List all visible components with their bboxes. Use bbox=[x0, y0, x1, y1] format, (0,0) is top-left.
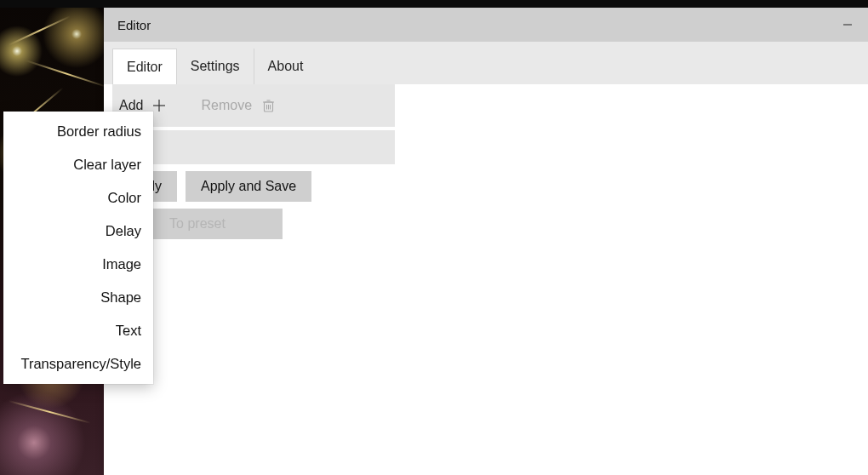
menu-item-border-radius[interactable]: Border radius bbox=[3, 115, 153, 148]
window-controls bbox=[827, 8, 868, 42]
plus-icon bbox=[151, 98, 167, 113]
layer-list[interactable] bbox=[112, 130, 395, 164]
menu-item-transparency-style[interactable]: Transparency/Style bbox=[3, 347, 153, 381]
menu-item-image[interactable]: Image bbox=[3, 248, 153, 281]
tab-editor-label: Editor bbox=[127, 60, 163, 75]
editor-window: Editor Editor Settings About Add Remove bbox=[104, 8, 868, 475]
tab-editor[interactable]: Editor bbox=[112, 49, 177, 85]
action-row-2: To preset bbox=[112, 209, 395, 239]
menu-item-text[interactable]: Text bbox=[3, 314, 153, 347]
menu-item-shape[interactable]: Shape bbox=[3, 281, 153, 314]
minimize-button[interactable] bbox=[827, 8, 868, 42]
top-dark-strip bbox=[0, 0, 868, 8]
action-row-1: Apply Apply and Save bbox=[112, 171, 395, 202]
tab-settings[interactable]: Settings bbox=[177, 49, 254, 84]
trash-icon bbox=[260, 98, 276, 113]
editor-panel: Add Remove Apply Apply and Save To prese… bbox=[112, 84, 395, 239]
apply-save-label: Apply and Save bbox=[201, 179, 296, 193]
menu-item-label: Image bbox=[102, 256, 141, 272]
tab-strip: Editor Settings About bbox=[112, 49, 317, 84]
tab-settings-label: Settings bbox=[191, 59, 240, 74]
remove-button[interactable]: Remove bbox=[201, 98, 276, 113]
tab-strip-bg: Editor Settings About bbox=[104, 42, 868, 84]
menu-item-label: Text bbox=[116, 323, 141, 339]
titlebar[interactable]: Editor bbox=[104, 8, 868, 42]
menu-item-color[interactable]: Color bbox=[3, 181, 153, 215]
menu-item-delay[interactable]: Delay bbox=[3, 215, 153, 248]
menu-item-label: Shape bbox=[100, 289, 141, 306]
minimize-icon bbox=[842, 20, 853, 30]
add-dropdown-menu: Border radius Clear layer Color Delay Im… bbox=[3, 112, 153, 384]
menu-item-label: Color bbox=[108, 190, 141, 206]
panel-toolbar: Add Remove bbox=[112, 84, 395, 127]
remove-label: Remove bbox=[201, 98, 252, 113]
apply-save-button[interactable]: Apply and Save bbox=[186, 171, 311, 202]
tab-about-label: About bbox=[268, 59, 304, 74]
tab-about[interactable]: About bbox=[254, 49, 317, 84]
window-title: Editor bbox=[117, 18, 151, 32]
menu-item-label: Clear layer bbox=[73, 157, 141, 173]
menu-item-label: Delay bbox=[106, 223, 141, 239]
to-preset-label: To preset bbox=[169, 216, 226, 231]
menu-item-label: Border radius bbox=[57, 123, 141, 140]
menu-item-label: Transparency/Style bbox=[20, 356, 141, 372]
menu-item-clear-layer[interactable]: Clear layer bbox=[3, 148, 153, 181]
